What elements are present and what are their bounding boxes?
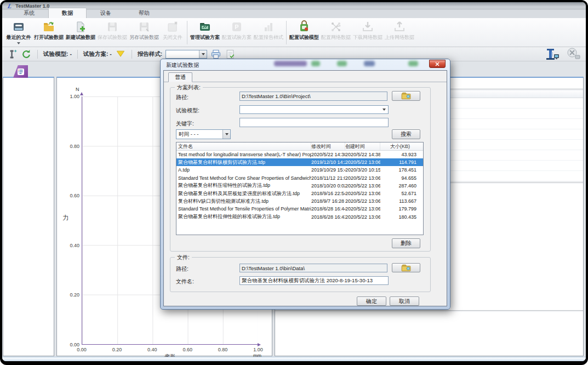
table-header[interactable]: 文件名 修改时间 创建时间 大小(KB) (176, 142, 423, 151)
table-row[interactable]: 聚合物基复合材料拉伸性能的标准试验方法.tdp2018/6/28 16:4320… (176, 213, 423, 221)
ok-button[interactable]: 确定 (357, 296, 386, 306)
y-axis-unit: N (76, 87, 79, 92)
test-model-select[interactable] (239, 105, 389, 114)
file-path-input[interactable] (239, 264, 387, 272)
plan-file-table[interactable]: 文件名 修改时间 创建时间 大小(KB) Test method for lon… (176, 142, 424, 235)
plan-path-input[interactable] (239, 92, 387, 101)
ribbon-toolbar: 最近的文件 打开试验数据 新建试验数据 保存试验数据 另存试验数据 关闭文件 管… (2, 18, 586, 47)
machine-status-icon[interactable] (544, 48, 561, 61)
chevron-down-icon[interactable] (380, 106, 388, 113)
browse-file-path-button[interactable] (392, 263, 420, 272)
group-legend: 文件: (175, 254, 192, 261)
button-label: 上传网络数据 (385, 34, 414, 41)
tab-data[interactable]: 数据 (48, 8, 87, 18)
file-name-label: 文件名: (176, 278, 194, 286)
table-row[interactable]: Standard Test Method for Tensile Propert… (176, 205, 423, 213)
glass-reflection (408, 61, 418, 66)
col-modified[interactable]: 修改时间 (311, 142, 345, 150)
button-label: 配置试验方案 (222, 34, 252, 41)
tab-general[interactable]: 普通 (168, 72, 192, 82)
ok-button-label: 确定 (366, 298, 377, 305)
button-label: 配置报告样式 (254, 34, 283, 41)
table-row[interactable]: 聚合物基复合材料及其层板短梁强度的标准试验方法.tdp2018/9/16 22:… (176, 190, 423, 197)
dialog-close-button[interactable] (429, 60, 446, 68)
dropdown-caret-icon (17, 42, 20, 44)
tab-system[interactable]: 系统 (10, 8, 48, 18)
refresh-icon[interactable] (21, 49, 32, 60)
plan-icon: P (230, 20, 243, 33)
separator (132, 50, 132, 59)
file-path-label: 路径: (176, 265, 189, 273)
sidebar-tab-curve-list[interactable] (13, 65, 28, 78)
report-check-icon[interactable] (225, 49, 236, 60)
list-tree-icon (17, 68, 25, 76)
dialog-client-area: 普通 方案列表: 路径: 试验模型: 关键字: 时间 - - - (163, 70, 447, 306)
tab-device[interactable]: 设备 (87, 8, 125, 18)
specimen-icon[interactable] (7, 49, 18, 60)
save-test-data-button: 保存试验数据 (96, 19, 128, 46)
glass-reflection (274, 61, 307, 66)
group-legend: 方案列表: (175, 84, 203, 92)
cancel-button[interactable]: 取消 (390, 296, 419, 306)
upload-network-data-button: 上传网络数据 (384, 19, 415, 46)
tab-strip-line (164, 82, 447, 82)
new-test-data-button[interactable]: 新建试验数据 (65, 19, 96, 46)
new-test-data-dialog: 新建试验数据 普通 方案列表: 路径: 试验模型: 关键字: 时间 (160, 59, 450, 310)
col-created[interactable]: 创建时间 (345, 142, 380, 150)
chevron-down-icon[interactable] (199, 50, 207, 58)
delete-button[interactable]: 删除 (392, 238, 420, 248)
table-row[interactable]: 聚合物基复合材料压缩特性的试验方法.tdp2018/10/20 0:022020… (176, 182, 423, 190)
open-folder-icon (42, 20, 55, 33)
svg-text:P: P (235, 24, 238, 30)
curve-list-panel[interactable] (3, 77, 54, 356)
table-row-selected[interactable]: 聚合物基复合材料纵横剪切试验方法.tdp2019/12/10 14:232020… (176, 158, 423, 166)
col-size[interactable]: 大小(KB) (380, 142, 423, 150)
button-label: 最近的文件 (7, 34, 31, 41)
button-label: 管理试验方案 (190, 34, 220, 41)
model-icon (298, 20, 311, 33)
separator (77, 50, 78, 59)
network-icon (329, 20, 342, 33)
ribbon-separator (187, 21, 187, 44)
open-test-data-button[interactable]: 打开试验数据 (33, 19, 65, 46)
button-label: 打开试验数据 (34, 34, 64, 41)
report-style-label: 报告样式: (138, 50, 163, 58)
button-label: 新建试验数据 (66, 34, 95, 41)
keyword-label: 关键字: (176, 120, 194, 128)
button-label: 另存试验数据 (129, 34, 159, 41)
close-icon (435, 62, 439, 66)
button-label: 下载网络数据 (353, 34, 383, 41)
configure-report-style-button: 配置报告样式 (253, 19, 284, 46)
save-as-icon (138, 20, 151, 33)
file-name-input[interactable] (239, 276, 389, 285)
network-disconnected-icon[interactable] (565, 48, 581, 61)
time-filter-select[interactable]: 时间 - - - (176, 129, 231, 139)
search-button-label: 搜索 (401, 130, 412, 138)
printer-icon[interactable] (210, 49, 221, 60)
download-icon (361, 20, 374, 33)
keyword-input[interactable] (239, 118, 389, 127)
chevron-down-icon[interactable] (222, 130, 230, 139)
report-style-select[interactable] (165, 50, 207, 59)
manage-test-plan-button[interactable]: 管理试验方案 (189, 19, 221, 46)
x-axis-ticks: 0.00 0.20 0.40 0.60 0.80 1.00 (82, 347, 258, 352)
search-button[interactable]: 搜索 (392, 129, 420, 139)
test-model-status: 试验模型: - (43, 50, 72, 58)
recent-files-button[interactable]: 最近的文件 (4, 19, 33, 46)
table-row[interactable]: Test method for longitudinal transverse … (176, 151, 423, 158)
browse-plan-path-button[interactable] (392, 91, 420, 101)
ribbon-tab-bar: 系统 数据 设备 帮助 (2, 10, 586, 18)
filter-icon[interactable] (115, 49, 126, 60)
table-row[interactable]: A.tdp2019/10/29 15:432020/3/20 10:15178.… (176, 166, 423, 174)
col-filename[interactable]: 文件名 (176, 142, 311, 150)
window-bottom-edge (2, 357, 586, 361)
table-row[interactable]: Standard Test Method for Core Shear Prop… (176, 174, 423, 182)
save-as-test-data-button: 另存试验数据 (128, 19, 160, 46)
button-label: 保存试验数据 (98, 34, 127, 41)
close-file-button: 关闭文件 (160, 19, 185, 46)
dialog-title: 新建试验数据 (166, 61, 199, 69)
y-axis-ticks: 1.00 0.80 0.60 0.40 0.20 0.00 (57, 96, 79, 345)
configure-test-model-button[interactable]: 配置试验模型 (288, 19, 320, 46)
tab-help[interactable]: 帮助 (125, 8, 163, 18)
table-row[interactable]: 复合材料V缺口剪切性能测试标准方法.tdp2018/9/7 16:282020/… (176, 197, 423, 205)
